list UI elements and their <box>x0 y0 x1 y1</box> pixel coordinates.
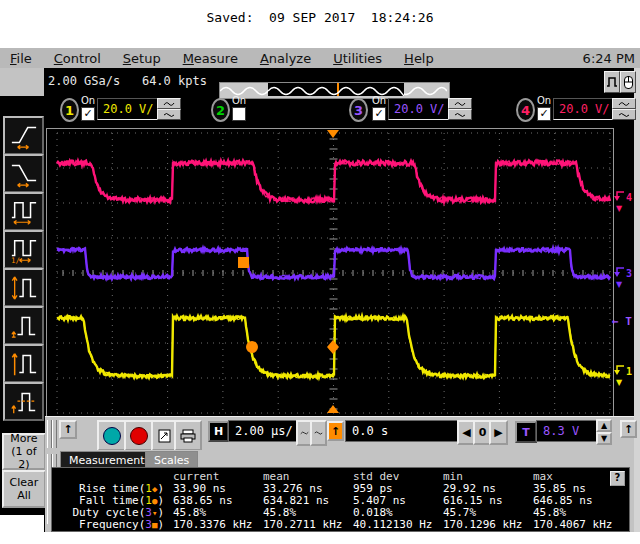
panel-collapse-button[interactable]: ↑ <box>59 420 77 439</box>
channel-3-on-label: On <box>372 95 386 106</box>
frequency-icon: 1/ <box>10 236 38 264</box>
trigger-position-button[interactable]: ↑ <box>327 421 344 441</box>
hook-arrow-icon <box>613 190 626 204</box>
channel-3-on-checkbox[interactable]: ✓ <box>372 107 386 121</box>
tab-scales[interactable]: Scales <box>145 451 198 468</box>
channel-2-badge[interactable]: 2 <box>211 98 230 122</box>
measure-frequency-button[interactable]: 1/ <box>3 230 44 269</box>
marker-channel-number: 1 <box>626 366 632 377</box>
channel-3-ground-marker[interactable]: 3 ▼ <box>613 266 632 289</box>
channel-1-ground-marker[interactable]: 1 ▼ <box>613 364 632 387</box>
measure-vpp-button[interactable] <box>3 268 44 307</box>
menu-analyze[interactable]: Analyze <box>260 51 311 66</box>
channel-1-on-label: On <box>81 95 95 106</box>
horizontal-position-field[interactable]: 0.0 s <box>345 420 459 442</box>
corner-chrome <box>0 68 44 96</box>
vtop-icon <box>10 350 38 378</box>
horizontal-control-bar: ↑ H 2.00 µs/ ↑ 0.0 s <box>45 416 634 451</box>
channel-4-ground-marker[interactable]: 4 ▼ <box>613 190 632 213</box>
menu-setup[interactable]: Setup <box>123 51 161 66</box>
run-button[interactable] <box>97 420 127 451</box>
menu-file[interactable]: File <box>10 51 32 66</box>
measure-rise-time-button[interactable] <box>3 116 44 155</box>
channel-4-scale-spinner[interactable] <box>612 98 636 120</box>
channel-4-scale-field[interactable]: 20.0 V/ <box>553 98 616 120</box>
hook-arrow-icon <box>613 266 626 280</box>
measurement-row-duty-cycle: Duty cycle(3▾) 45.8% 45.8% 0.018% 45.7% … <box>52 506 629 518</box>
measurement-row-rise-time: Rise time(1◆) 33.90 ns 33.276 ns 959 ps … <box>52 482 629 494</box>
measurement-row-fall-time: Fall time(1●) 638.65 ns 634.821 ns 5.407… <box>52 494 629 506</box>
trigger-level-spinner[interactable]: ▲ ▼ <box>596 419 612 445</box>
channel-3-badge[interactable]: 3 <box>349 98 368 122</box>
screen-capture-icon <box>158 429 171 443</box>
svg-text:1/: 1/ <box>10 256 19 264</box>
waveform-display[interactable] <box>46 128 614 418</box>
menu-bar: File Control Setup Measure Analyze Utili… <box>0 48 640 69</box>
measure-vaverage-button[interactable] <box>3 382 44 421</box>
period-icon <box>10 198 38 226</box>
sample-rate-readout: 2.00 GSa/s 64.0 kpts <box>48 74 207 88</box>
channel-1-scale-spinner[interactable] <box>157 98 181 120</box>
marker-down-arrow: ▼ <box>616 280 622 289</box>
acquisition-preview-bar[interactable] <box>219 82 450 99</box>
measure-vmin-button[interactable] <box>3 306 44 345</box>
mouse-icon <box>624 76 633 89</box>
pulse-display-button[interactable] <box>604 71 620 93</box>
trigger-level-marker[interactable]: ← T <box>612 315 632 328</box>
channel-4-badge[interactable]: 4 <box>516 98 535 122</box>
rise-time-icon <box>10 122 38 150</box>
measurements-panel: Measurements Scales ? current mean std d… <box>45 450 634 532</box>
more-label-2: (1 of 2) <box>4 445 44 471</box>
print-button[interactable] <box>174 420 202 451</box>
sidebar-bottom-chrome <box>0 515 44 532</box>
menu-measure[interactable]: Measure <box>183 51 238 66</box>
channel-4-on-checkbox[interactable]: ✓ <box>537 107 551 121</box>
clock: 6:24 PM <box>583 51 635 66</box>
channel-1-scale-field[interactable]: 20.0 V/ <box>97 98 160 120</box>
vaverage-icon <box>10 388 38 416</box>
horizontal-setup-button[interactable]: H <box>208 421 229 442</box>
position-right-button[interactable]: ▶ <box>489 420 508 445</box>
more-measurements-button[interactable]: More (1 of 2) <box>2 433 46 470</box>
clear-label-1: Clear <box>10 476 39 489</box>
channel-3-scale-field[interactable]: 20.0 V/ <box>388 98 451 120</box>
channel-1-badge[interactable]: 1 <box>60 98 79 122</box>
channel-3-scale-spinner[interactable] <box>448 98 472 120</box>
measure-fall-time-button[interactable] <box>3 154 44 193</box>
channel-3-number: 3 <box>354 103 363 118</box>
panel-expand-button[interactable]: ↑ <box>620 420 637 438</box>
menu-utilities[interactable]: Utilities <box>333 51 382 66</box>
timebase-zoom-in-button[interactable] <box>310 420 327 446</box>
measure-period-button[interactable] <box>3 192 44 231</box>
mouse-button[interactable] <box>620 71 636 93</box>
channel-4-number: 4 <box>521 103 530 118</box>
trigger-level-field[interactable]: 8.3 V <box>536 420 600 442</box>
channel-2-on-checkbox[interactable] <box>232 107 246 121</box>
channel-2-number: 2 <box>216 103 225 118</box>
measure-vtop-button[interactable] <box>3 344 44 383</box>
bar-grip[interactable] <box>52 420 57 448</box>
stop-button[interactable] <box>124 420 154 451</box>
marker-channel-number: 4 <box>626 192 632 203</box>
channel-1-on-checkbox[interactable]: ✓ <box>81 107 95 121</box>
clear-label-2: All <box>17 489 31 502</box>
hook-arrow-icon <box>613 364 626 378</box>
trace-channel-4 <box>57 161 610 203</box>
marker-down-arrow: ▼ <box>616 378 622 387</box>
trigger-setup-button[interactable]: T <box>515 421 537 443</box>
desktop-background <box>0 532 640 544</box>
window-right-edge <box>634 68 640 532</box>
menu-help[interactable]: Help <box>404 51 434 66</box>
clear-all-button[interactable]: Clear All <box>2 470 46 508</box>
pulse-icon <box>607 77 617 87</box>
run-icon <box>103 427 121 445</box>
timebase-scale-field[interactable]: 2.00 µs/ <box>228 420 298 442</box>
menu-control[interactable]: Control <box>54 51 101 66</box>
channel-4-on-label: On <box>537 95 551 106</box>
measurements-table: ? current mean std dev min max Rise time… <box>51 467 630 532</box>
measurement-row-frequency: Frequency(3■) 170.3376 kHz 170.2711 kHz … <box>52 518 629 530</box>
scope-graticule-and-traces <box>47 129 613 417</box>
stop-icon <box>130 427 148 445</box>
channel-1-number: 1 <box>65 103 74 118</box>
more-label-1: More <box>10 432 37 445</box>
